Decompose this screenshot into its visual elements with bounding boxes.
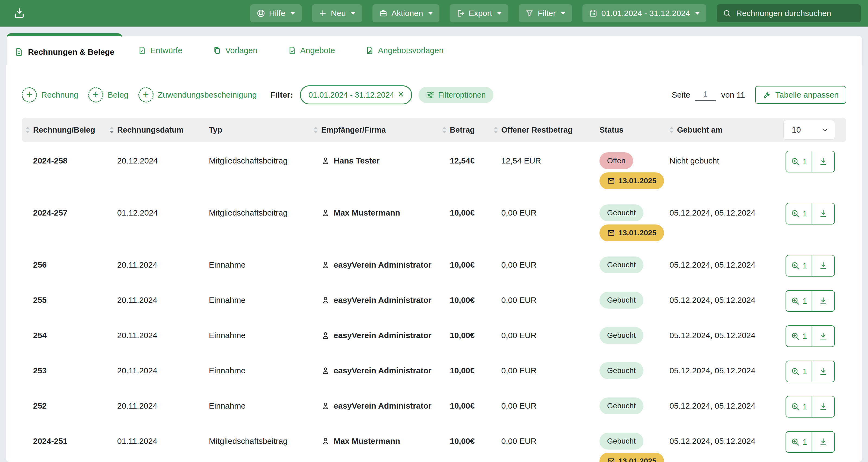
tab-label: Angebote bbox=[300, 46, 335, 55]
export-button[interactable]: Export bbox=[450, 4, 508, 22]
plus-icon: + bbox=[22, 87, 37, 102]
plus-icon: + bbox=[88, 87, 103, 102]
filter-options-label: Filteroptionen bbox=[438, 91, 486, 99]
tab-label: Vorlagen bbox=[225, 46, 257, 55]
tab-rechnungen-belege[interactable]: Rechnungen & Belege bbox=[7, 33, 122, 68]
table-row[interactable]: 252 20.11.2024 Einnahme easyVerein Admin… bbox=[22, 389, 846, 425]
preview-button[interactable]: 1 bbox=[786, 255, 812, 276]
add-zuwendungsbescheinigung-button[interactable]: + Zuwendungsbescheinigung bbox=[138, 87, 257, 102]
inbox-download-icon[interactable] bbox=[13, 7, 26, 20]
column-header-empfaenger-firma[interactable]: Empfänger/Firma bbox=[309, 126, 439, 134]
download-button[interactable] bbox=[812, 255, 834, 276]
content-card: + Rechnung + Beleg + Zuwendungsbescheini… bbox=[6, 65, 862, 462]
column-header-betrag[interactable]: Betrag bbox=[439, 126, 488, 134]
amount-cell: 10,00€ bbox=[439, 327, 488, 344]
new-button[interactable]: Neu bbox=[312, 4, 362, 22]
table-row[interactable]: 2024-257 01.12.2024 Mitgliedschaftsbeitr… bbox=[22, 196, 846, 249]
customize-table-button[interactable]: Tabelle anpassen bbox=[755, 86, 846, 104]
actions-button[interactable]: Aktionen bbox=[372, 4, 439, 22]
preview-button[interactable]: 1 bbox=[786, 396, 812, 417]
recipient-cell: easyVerein Administrator bbox=[309, 292, 439, 308]
preview-button[interactable]: 1 bbox=[786, 432, 812, 452]
type-cell: Einnahme bbox=[201, 327, 309, 344]
download-icon bbox=[818, 157, 828, 166]
tab-vorlagen[interactable]: Vorlagen bbox=[213, 46, 257, 55]
column-header-offener-restbetrag[interactable]: Offener Restbetrag bbox=[488, 126, 589, 134]
invoice-number-cell: 2024-251 bbox=[22, 433, 106, 450]
invoice-date-cell: 20.11.2024 bbox=[106, 292, 201, 308]
help-button[interactable]: Hilfe bbox=[250, 4, 302, 22]
download-button[interactable] bbox=[812, 432, 834, 452]
customize-table-label: Tabelle anpassen bbox=[775, 90, 839, 99]
row-actions: 1 bbox=[785, 255, 835, 276]
column-header-status[interactable]: Status bbox=[589, 126, 664, 134]
download-button[interactable] bbox=[812, 396, 834, 417]
amount-cell: 12,54€ bbox=[439, 153, 488, 169]
invoice-date-cell: 01.11.2024 bbox=[106, 433, 201, 450]
file-signature-icon bbox=[365, 46, 374, 55]
table-row[interactable]: 256 20.11.2024 Einnahme easyVerein Admin… bbox=[22, 249, 846, 284]
type-cell: Mitgliedschaftsbeitrag bbox=[201, 204, 309, 221]
column-header-typ[interactable]: Typ bbox=[201, 126, 309, 134]
column-header-gebucht-am[interactable]: Gebucht am bbox=[664, 126, 778, 134]
recipient-cell: easyVerein Administrator bbox=[309, 257, 439, 273]
download-button[interactable] bbox=[812, 326, 834, 346]
add-rechnung-button[interactable]: + Rechnung bbox=[22, 87, 79, 102]
download-button[interactable] bbox=[812, 361, 834, 382]
invoice-number-cell: 2024-257 bbox=[22, 204, 106, 221]
filter-button[interactable]: Filter bbox=[519, 4, 572, 22]
table-row[interactable]: 255 20.11.2024 Einnahme easyVerein Admin… bbox=[22, 284, 846, 319]
recipient-cell: Hans Tester bbox=[309, 153, 439, 169]
invoice-date-cell: 20.11.2024 bbox=[106, 327, 201, 344]
row-actions: 1 bbox=[785, 396, 835, 418]
preview-button[interactable]: 1 bbox=[786, 326, 812, 346]
recipient-cell: easyVerein Administrator bbox=[309, 397, 439, 414]
column-header-rechnung-beleg[interactable]: Rechnung/Beleg bbox=[22, 126, 106, 134]
preview-button[interactable]: 1 bbox=[786, 361, 812, 382]
filter-options-button[interactable]: Filteroptionen bbox=[418, 87, 493, 103]
tab-bar: Entwürfe Vorlagen Angebote bbox=[122, 36, 862, 65]
preview-button[interactable]: 1 bbox=[786, 291, 812, 311]
column-label: Empfänger/Firma bbox=[321, 126, 386, 134]
amount-cell: 10,00€ bbox=[439, 257, 488, 273]
tab-label: Rechnungen & Belege bbox=[28, 47, 114, 57]
plus-icon bbox=[318, 9, 327, 18]
preview-button[interactable]: 1 bbox=[786, 151, 812, 172]
booked-date-cell: 05.12.2024, 05.12.2024 bbox=[664, 433, 778, 450]
amount-cell: 10,00€ bbox=[439, 362, 488, 379]
table-row[interactable]: 2024-251 01.11.2024 Mitgliedschaftsbeitr… bbox=[22, 425, 846, 462]
sort-icon bbox=[670, 127, 674, 133]
download-button[interactable] bbox=[812, 151, 834, 172]
table-row[interactable]: 253 20.11.2024 Einnahme easyVerein Admin… bbox=[22, 354, 846, 389]
download-button[interactable] bbox=[812, 291, 834, 311]
page-size-select[interactable]: 10 bbox=[783, 120, 835, 140]
add-beleg-button[interactable]: + Beleg bbox=[88, 87, 129, 102]
zoom-in-icon bbox=[791, 332, 800, 341]
chevron-down-icon bbox=[561, 12, 565, 14]
download-icon bbox=[818, 332, 828, 341]
invoice-number-cell: 254 bbox=[22, 327, 106, 344]
chevron-down-icon bbox=[695, 12, 700, 14]
date-range-button[interactable]: 01.01.2024 - 31.12.2024 bbox=[582, 4, 706, 22]
booked-date-cell: 05.12.2024, 05.12.2024 bbox=[664, 292, 778, 308]
type-cell: Einnahme bbox=[201, 362, 309, 379]
tab-entwuerfe[interactable]: Entwürfe bbox=[138, 46, 182, 55]
download-button[interactable] bbox=[812, 203, 834, 224]
close-icon[interactable]: × bbox=[398, 90, 404, 99]
preview-button[interactable]: 1 bbox=[786, 203, 812, 224]
open-amount-cell: 0,00 EUR bbox=[488, 362, 589, 379]
date-filter-chip[interactable]: 01.01.2024 - 31.12.2024 × bbox=[300, 86, 412, 104]
table-row[interactable]: 254 20.11.2024 Einnahme easyVerein Admin… bbox=[22, 319, 846, 354]
tab-angebotsvorlagen[interactable]: Angebotsvorlagen bbox=[365, 46, 443, 55]
open-amount-cell: 12,54 EUR bbox=[488, 153, 589, 169]
help-icon bbox=[257, 9, 265, 18]
column-label: Typ bbox=[209, 126, 222, 134]
tab-angebote[interactable]: Angebote bbox=[288, 46, 335, 55]
add-rechnung-label: Rechnung bbox=[41, 90, 79, 99]
page-input[interactable] bbox=[695, 89, 716, 101]
invoice-date-cell: 20.11.2024 bbox=[106, 397, 201, 414]
status-cell: Gebucht 13.01.2025 bbox=[589, 204, 664, 241]
search-input[interactable] bbox=[736, 8, 855, 18]
column-header-rechnungsdatum[interactable]: Rechnungsdatum bbox=[106, 126, 201, 134]
table-row[interactable]: 2024-258 20.12.2024 Mitgliedschaftsbeitr… bbox=[22, 144, 846, 196]
